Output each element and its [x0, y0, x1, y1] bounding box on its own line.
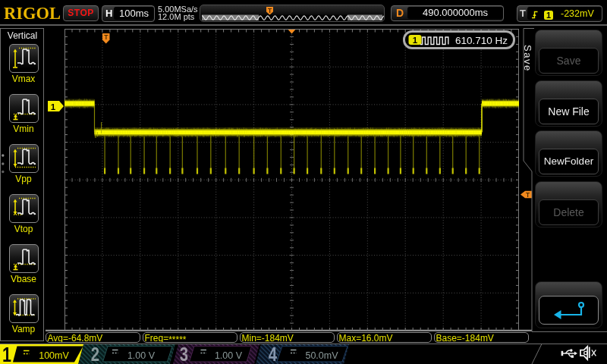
svg-text:100mV: 100mV: [39, 350, 69, 361]
svg-text:3: 3: [180, 344, 188, 364]
svg-text:1: 1: [413, 36, 418, 45]
svg-text:610.710 Hz: 610.710 Hz: [455, 35, 508, 46]
svg-text:1.00 V: 1.00 V: [127, 350, 156, 361]
svg-text:1: 1: [2, 344, 11, 364]
svg-text:4: 4: [269, 344, 277, 364]
svg-text:50.0mV: 50.0mV: [305, 350, 338, 361]
svg-text:2: 2: [91, 344, 99, 364]
svg-text:1.00 V: 1.00 V: [215, 350, 243, 361]
